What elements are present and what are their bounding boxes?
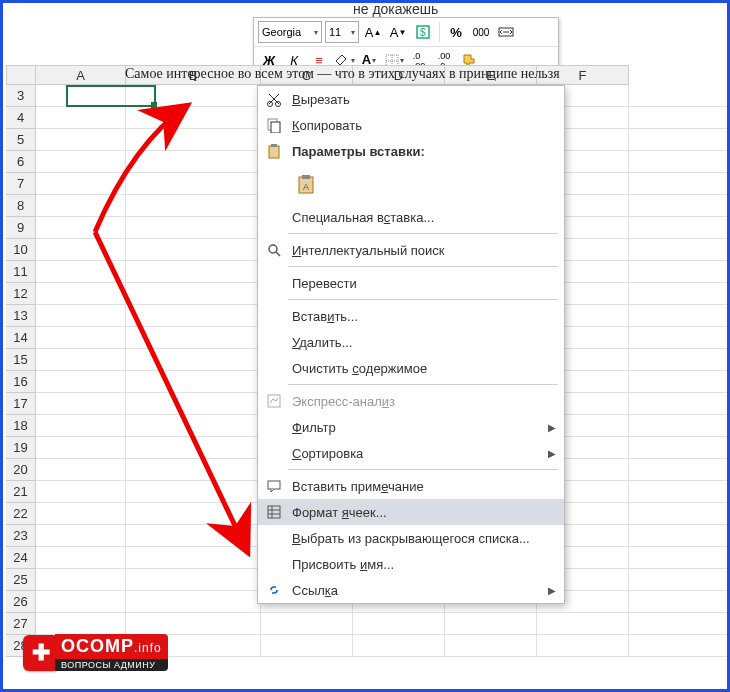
row-header[interactable]: 4 [6, 107, 36, 129]
row-header[interactable]: 6 [6, 151, 36, 173]
cell[interactable] [126, 129, 261, 151]
accounting-format-icon[interactable]: $ [412, 21, 434, 43]
cell[interactable] [261, 635, 353, 657]
cell[interactable] [126, 459, 261, 481]
menu-item[interactable]: Вставить... [258, 303, 564, 329]
cell[interactable] [629, 547, 730, 569]
cell[interactable] [537, 635, 629, 657]
cell[interactable] [126, 239, 261, 261]
cell[interactable] [445, 613, 537, 635]
cell[interactable] [36, 415, 126, 437]
menu-item[interactable]: Перевести [258, 270, 564, 296]
cell[interactable] [629, 415, 730, 437]
cell[interactable] [126, 195, 261, 217]
row-header[interactable]: 3 [6, 85, 36, 107]
cell[interactable] [629, 305, 730, 327]
cell[interactable] [36, 217, 126, 239]
cell[interactable] [629, 613, 730, 635]
cell[interactable] [126, 349, 261, 371]
cell[interactable] [36, 371, 126, 393]
cell[interactable] [36, 459, 126, 481]
cell[interactable] [36, 437, 126, 459]
row-header[interactable]: 11 [6, 261, 36, 283]
cell[interactable] [353, 613, 445, 635]
cell[interactable] [126, 437, 261, 459]
menu-item[interactable]: Вставить примечание [258, 473, 564, 499]
row-header[interactable]: 12 [6, 283, 36, 305]
selected-cell[interactable] [66, 85, 156, 107]
row-header[interactable]: 9 [6, 217, 36, 239]
cell[interactable] [629, 481, 730, 503]
percent-icon[interactable]: % [445, 21, 467, 43]
cell[interactable] [629, 591, 730, 613]
cell[interactable] [126, 481, 261, 503]
cell[interactable] [36, 327, 126, 349]
cell[interactable] [629, 239, 730, 261]
menu-item[interactable]: Выбрать из раскрывающегося списка... [258, 525, 564, 551]
cell[interactable] [36, 173, 126, 195]
cell[interactable] [36, 547, 126, 569]
cell[interactable] [629, 173, 730, 195]
row-header[interactable]: 10 [6, 239, 36, 261]
cell[interactable] [126, 217, 261, 239]
cell[interactable] [126, 327, 261, 349]
cell[interactable] [126, 569, 261, 591]
cell[interactable] [36, 239, 126, 261]
cell[interactable] [629, 569, 730, 591]
cell[interactable] [36, 503, 126, 525]
cell[interactable] [353, 635, 445, 657]
cell[interactable] [629, 525, 730, 547]
cell[interactable] [126, 503, 261, 525]
row-header[interactable]: 14 [6, 327, 36, 349]
cell[interactable] [126, 613, 261, 635]
cell[interactable] [36, 591, 126, 613]
menu-item[interactable]: Ссылка▶ [258, 577, 564, 603]
cell[interactable] [36, 569, 126, 591]
row-header[interactable]: 24 [6, 547, 36, 569]
paste-default-button[interactable]: A [292, 169, 322, 199]
row-header[interactable]: 17 [6, 393, 36, 415]
row-header[interactable]: 22 [6, 503, 36, 525]
row-header[interactable]: 19 [6, 437, 36, 459]
font-name-dropdown[interactable]: Georgia▾ [258, 21, 322, 43]
cell[interactable] [126, 591, 261, 613]
cell[interactable] [126, 393, 261, 415]
row-header[interactable]: 21 [6, 481, 36, 503]
cell[interactable] [126, 547, 261, 569]
cell[interactable] [629, 349, 730, 371]
cell[interactable] [629, 85, 730, 107]
cell[interactable] [36, 525, 126, 547]
menu-item[interactable]: Фильтр▶ [258, 414, 564, 440]
cell[interactable] [36, 195, 126, 217]
cell[interactable] [126, 283, 261, 305]
cell[interactable] [36, 261, 126, 283]
cell[interactable] [629, 129, 730, 151]
cell[interactable] [629, 459, 730, 481]
merge-icon[interactable] [495, 21, 517, 43]
menu-item[interactable]: Формат ячеек... [258, 499, 564, 525]
increase-font-icon[interactable]: A▲ [362, 21, 384, 43]
cell[interactable] [126, 261, 261, 283]
cell[interactable] [36, 613, 126, 635]
column-header[interactable]: A [36, 65, 126, 85]
cell[interactable] [36, 481, 126, 503]
row-header[interactable]: 18 [6, 415, 36, 437]
font-size-dropdown[interactable]: 11▾ [325, 21, 359, 43]
cell[interactable] [445, 635, 537, 657]
row-header[interactable]: 23 [6, 525, 36, 547]
cell[interactable] [629, 635, 730, 657]
row-header[interactable]: 26 [6, 591, 36, 613]
cell[interactable] [629, 217, 730, 239]
cell[interactable] [629, 151, 730, 173]
cell[interactable] [36, 305, 126, 327]
cell[interactable] [629, 327, 730, 349]
comma-style-icon[interactable]: 000 [470, 21, 492, 43]
row-header[interactable]: 15 [6, 349, 36, 371]
row-header[interactable]: 20 [6, 459, 36, 481]
cell[interactable] [629, 393, 730, 415]
cell[interactable] [36, 107, 126, 129]
cell[interactable] [261, 613, 353, 635]
menu-item[interactable]: Очистить содержимое [258, 355, 564, 381]
menu-item[interactable]: Копировать [258, 112, 564, 138]
menu-item[interactable]: Вырезать [258, 86, 564, 112]
